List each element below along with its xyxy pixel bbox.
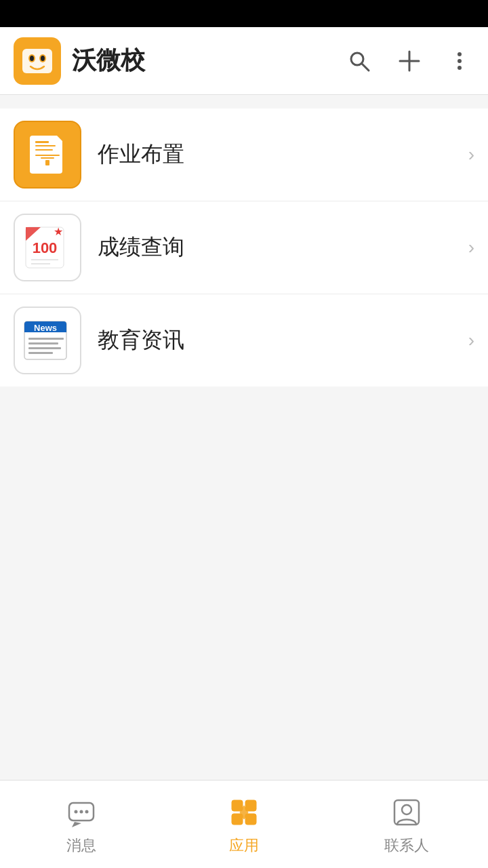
svg-rect-39	[245, 800, 256, 811]
svg-rect-14	[35, 145, 56, 146]
app-logo	[14, 37, 61, 85]
svg-point-35	[75, 810, 78, 813]
contacts-label: 联系人	[384, 835, 429, 856]
svg-point-4	[41, 56, 45, 61]
bottom-navigation: 消息 应用 联系人	[0, 780, 488, 868]
svg-point-44	[402, 805, 411, 814]
svg-point-9	[458, 52, 462, 56]
news-arrow: ›	[468, 330, 474, 351]
messages-icon	[62, 793, 100, 831]
apps-label: 应用	[229, 835, 259, 856]
header-actions	[344, 46, 474, 76]
svg-rect-32	[28, 347, 61, 349]
svg-point-37	[85, 810, 89, 813]
svg-rect-33	[28, 352, 53, 354]
svg-text:News: News	[34, 323, 57, 333]
svg-rect-38	[232, 800, 243, 811]
svg-rect-15	[35, 149, 53, 151]
svg-point-10	[458, 59, 462, 63]
messages-label: 消息	[66, 835, 96, 856]
app-header: 沃微校	[0, 27, 488, 95]
svg-rect-43	[394, 800, 419, 825]
menu-item-news[interactable]: News 教育资讯 ›	[0, 294, 488, 387]
svg-rect-18	[45, 160, 49, 165]
nav-messages[interactable]: 消息	[0, 781, 163, 868]
svg-rect-13	[35, 141, 49, 143]
svg-rect-40	[232, 814, 243, 825]
search-button[interactable]	[344, 46, 374, 76]
nav-apps[interactable]: 应用	[163, 781, 325, 868]
svg-point-36	[80, 810, 83, 813]
apps-icon	[225, 793, 263, 831]
svg-rect-17	[41, 157, 54, 159]
menu-item-grade[interactable]: 100 ★ 成绩查询 ›	[0, 201, 488, 294]
menu-item-homework[interactable]: 作业布置 ›	[0, 108, 488, 201]
svg-rect-16	[35, 155, 60, 156]
svg-rect-31	[28, 342, 58, 344]
homework-arrow: ›	[468, 144, 474, 165]
nav-contacts[interactable]: 联系人	[325, 781, 488, 868]
svg-text:100: 100	[33, 239, 58, 256]
news-label: 教育资讯	[98, 326, 468, 355]
news-icon: News	[14, 307, 81, 374]
grade-label: 成绩查询	[98, 233, 468, 262]
status-bar	[0, 0, 488, 27]
svg-point-11	[458, 66, 462, 70]
more-button[interactable]	[445, 46, 474, 76]
menu-list: 作业布置 › 100 ★ 成绩查询 ›	[0, 108, 488, 387]
svg-line-6	[362, 64, 369, 71]
contacts-icon	[388, 793, 426, 831]
grade-arrow: ›	[468, 237, 474, 258]
svg-rect-41	[245, 814, 256, 825]
add-button[interactable]	[394, 46, 424, 76]
svg-point-3	[30, 56, 34, 61]
app-title: 沃微校	[72, 44, 344, 77]
grade-icon: 100 ★	[14, 214, 81, 281]
svg-text:★: ★	[54, 226, 63, 237]
homework-icon	[14, 121, 81, 189]
homework-label: 作业布置	[98, 140, 468, 170]
svg-rect-30	[28, 338, 64, 340]
